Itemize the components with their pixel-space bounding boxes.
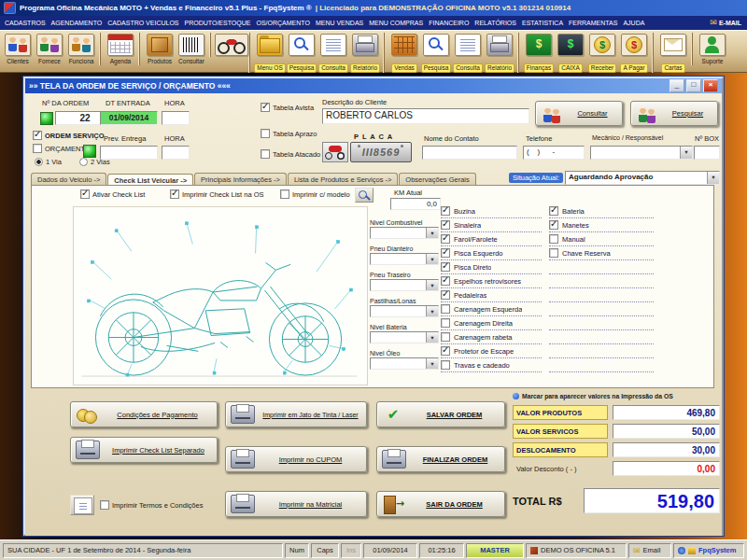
consult-client-button[interactable]: Consultar [535, 101, 623, 126]
menu-item[interactable]: PRODUTO/ESTOQUE [182, 20, 254, 26]
print-inkjet-button[interactable]: Imprimir em Jato de Tinta / Laser [225, 401, 367, 427]
toolbar-button[interactable]: Vendas [384, 33, 420, 74]
checklist-item[interactable]: Carenagem Direita [441, 316, 542, 330]
menu-item[interactable]: MENU VENDAS [313, 20, 366, 26]
checklist-item[interactable] [549, 302, 654, 316]
toolbar-button[interactable]: Pesquisa [420, 33, 452, 74]
tab[interactable]: Lista de Produtos e Serviços -> [288, 173, 398, 186]
toolbar-button[interactable]: Menu OS [249, 33, 286, 74]
order-window-titlebar[interactable]: »» TELA DA ORDEM DE SERVIÇO / ORÇAMENTO … [25, 78, 722, 93]
menu-item[interactable]: CADASTROS [2, 20, 49, 26]
menu-item[interactable]: RELATÓRIOS [472, 20, 519, 26]
tab[interactable]: Principais Informações -> [194, 173, 287, 186]
km-field[interactable]: 0,0 [390, 198, 441, 210]
checklist-item[interactable] [549, 330, 654, 344]
toolbar-button[interactable]: Relatório [484, 33, 515, 74]
condition-dropdown[interactable] [370, 331, 439, 343]
checklist-item[interactable] [549, 358, 654, 372]
tabela-atacado-checkbox[interactable]: Tabela Atacado [261, 149, 320, 159]
menu-item[interactable]: AGENDAMENTO [49, 20, 106, 26]
toolbar-button[interactable]: Relatório [349, 33, 381, 74]
plate-field[interactable]: III8569 [350, 142, 412, 162]
toolbar-button[interactable]: Consulta [317, 33, 349, 74]
tab[interactable]: Dados do Veiculo -> [31, 173, 106, 186]
condition-dropdown[interactable] [370, 279, 439, 291]
checklist-item[interactable]: Protetor de Escape [441, 344, 542, 358]
menu-email-button[interactable]: ✉ E-MAIL [706, 19, 745, 27]
toolbar-button[interactable] [210, 33, 247, 57]
entry-date-field[interactable]: 01/09/2014 [100, 111, 158, 125]
checklist-item[interactable]: Chave Reserva [549, 246, 654, 260]
toolbar-button[interactable]: Agenda [100, 33, 136, 65]
toolbar-button[interactable]: Pesquisa [286, 33, 317, 74]
menu-item[interactable]: OS/ORÇAMENTO [253, 20, 312, 26]
mechanic-dropdown[interactable] [590, 146, 693, 160]
checklist-item[interactable] [549, 260, 654, 274]
minimize-button[interactable]: _ [669, 79, 684, 92]
checklist-item[interactable]: Sinaleira [441, 218, 542, 232]
one-copy-radio[interactable]: 1 Via [35, 158, 62, 166]
checklist-item[interactable]: Espelhos retrovisores [441, 274, 542, 288]
toolbar-button[interactable]: Funciona [65, 33, 97, 65]
contact-field[interactable] [422, 146, 517, 160]
menu-item[interactable]: FERRAMENTAS [566, 20, 620, 26]
menu-item[interactable]: MENU COMPRAS [366, 20, 426, 26]
condition-dropdown[interactable] [370, 253, 439, 265]
toolbar-button[interactable]: Consulta [452, 33, 484, 74]
menu-item[interactable]: FINANCEIRO [426, 20, 472, 26]
toolbar-button[interactable]: Produtos [139, 33, 176, 65]
statusbar-email[interactable]: ✉ Email [628, 543, 671, 558]
tabela-aprazo-checkbox[interactable]: Tabela Aprazo [261, 129, 317, 138]
print-checklist-separate-button[interactable]: Imprimir Check List Separado [70, 437, 218, 463]
toolbar-button[interactable]: Fornece [34, 33, 65, 65]
orcamento-checkbox[interactable]: ORÇAMENTO [33, 144, 91, 153]
close-button[interactable]: × [703, 79, 718, 92]
tabela-avista-checkbox[interactable]: Tabela Avista [261, 103, 314, 112]
phone-field[interactable]: ( ) - [523, 146, 585, 160]
delivery-hour-field[interactable] [162, 146, 190, 160]
search-client-button[interactable]: Pesquisar [630, 101, 718, 126]
checklist-item[interactable]: Manual [549, 232, 654, 246]
box-field[interactable] [694, 146, 720, 160]
checklist-item[interactable]: Carenagem rabeta [441, 330, 542, 344]
toolbar-button[interactable]: CAIXA [555, 33, 586, 74]
condition-dropdown[interactable] [370, 357, 439, 370]
terms-button[interactable] [70, 495, 94, 515]
menu-item[interactable]: CADASTRO VEICULOS [105, 20, 181, 26]
exit-order-button[interactable]: SAIR DA ORDEM [376, 491, 505, 517]
two-copies-radio[interactable]: 2 Vias [79, 158, 110, 166]
print-matrix-button[interactable]: Imprimir na Matricial [225, 491, 367, 517]
checklist-item[interactable]: Pisca Direto [441, 260, 542, 274]
checklist-item[interactable] [549, 274, 654, 288]
condition-dropdown[interactable] [370, 227, 439, 239]
search-km-button[interactable] [355, 188, 374, 203]
print-cupom-button[interactable]: Imprimir no CUPOM [225, 446, 367, 472]
checklist-item[interactable]: Manetes [549, 218, 654, 232]
print-with-model-checkbox[interactable]: Imprimir c/ modelo [280, 189, 350, 199]
toolbar-button[interactable]: Consultar [176, 33, 207, 65]
checklist-item[interactable]: Buzina [441, 204, 542, 218]
print-checklist-os-checkbox[interactable]: Imprimir Check List na OS [170, 189, 264, 199]
checklist-item[interactable] [549, 316, 654, 330]
client-field[interactable]: ROBERTO CARLOS [322, 108, 529, 124]
menu-item[interactable]: ESTATISTICA [519, 20, 566, 26]
status-dropdown[interactable]: Aguardando Aprovação [565, 171, 720, 185]
checklist-item[interactable] [549, 288, 654, 302]
print-values-note[interactable]: Marcar para aparecer valores na Impressã… [513, 393, 673, 399]
checklist-item[interactable]: Travas e cadeado [441, 358, 542, 372]
save-order-button[interactable]: SALVAR ORDEM [376, 401, 505, 427]
ordem-servico-checkbox[interactable]: ORDEM SERVIÇO [33, 131, 105, 140]
checklist-item[interactable]: Bateria [549, 204, 654, 218]
toolbar-button[interactable]: Finanças [518, 33, 555, 74]
checklist-item[interactable]: Farol/Farolete [441, 232, 542, 246]
checklist-item[interactable]: Pisca Esquerdo [441, 246, 542, 260]
condition-dropdown[interactable] [370, 305, 439, 317]
checklist-item[interactable]: Pedaleiras [441, 288, 542, 302]
tab[interactable]: Observações Gerais [399, 173, 475, 186]
maximize-button[interactable]: □ [686, 79, 701, 92]
toolbar-button[interactable]: Clientes [2, 33, 34, 65]
payment-conditions-button[interactable]: Condições de Pagamento [70, 401, 218, 427]
checklist-item[interactable] [549, 344, 654, 358]
toolbar-button[interactable]: Receber [586, 33, 618, 74]
toolbar-button[interactable]: Cartas [653, 33, 689, 74]
